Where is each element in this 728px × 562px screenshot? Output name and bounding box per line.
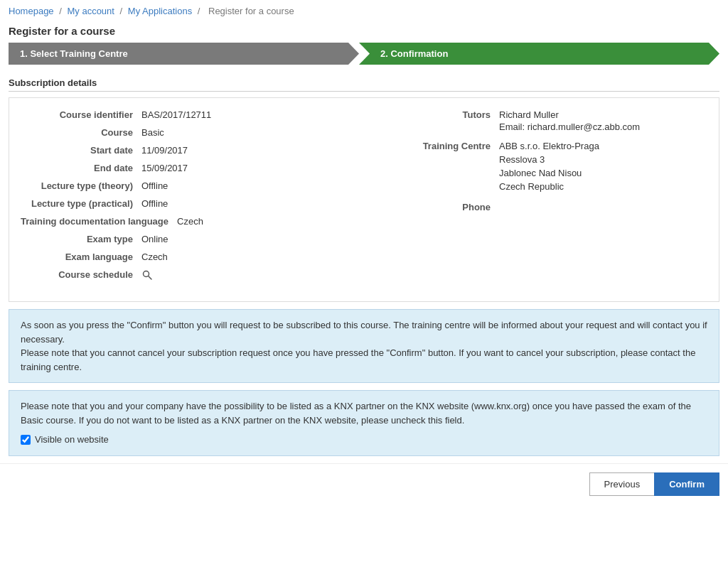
label-training-centre: Training Centre xyxy=(378,141,499,151)
label-course: Course xyxy=(21,127,141,138)
value-lecture-theory: Offline xyxy=(141,180,168,191)
info-box-1-line2: Please note that you cannot cancel your … xyxy=(21,346,707,374)
breadcrumb: Homepage / My account / My Applications … xyxy=(0,0,728,22)
previous-button[interactable]: Previous xyxy=(589,472,655,496)
label-exam-type: Exam type xyxy=(21,234,141,244)
value-course-identifier: BAS/2017/12711 xyxy=(141,109,211,120)
label-tutors: Tutors xyxy=(378,109,499,120)
label-start-date: Start date xyxy=(21,145,141,156)
breadcrumb-sep3: / xyxy=(198,6,203,16)
value-exam-type: Online xyxy=(141,234,168,244)
step-1-label: 1. Select Training Centre xyxy=(20,48,128,59)
step-2-label: 2. Confirmation xyxy=(380,48,448,59)
detail-row-course-identifier: Course identifier BAS/2017/12711 xyxy=(21,109,350,120)
value-lecture-practical: Offline xyxy=(141,198,168,209)
visible-on-website-row: Visible on website xyxy=(21,433,707,447)
info-box-1-line1: As soon as you press the "Confirm" butto… xyxy=(21,318,707,346)
detail-row-lecture-practical: Lecture type (practical) Offline xyxy=(21,198,350,209)
value-start-date: 11/09/2017 xyxy=(141,145,188,156)
info-box-2: Please note that you and your company ha… xyxy=(9,390,719,456)
detail-row-course-schedule: Course schedule xyxy=(21,269,350,283)
value-training-doc-lang: Czech xyxy=(177,216,203,227)
value-course: Basic xyxy=(141,127,164,138)
value-course-schedule[interactable] xyxy=(141,269,153,283)
section-label: Subscription details xyxy=(9,73,719,92)
breadcrumb-sep2: / xyxy=(120,6,125,16)
value-training-centre: ABB s.r.o. Elektro-Praga Resslova 3 Jabl… xyxy=(499,141,599,195)
details-box: Course identifier BAS/2017/12711 Course … xyxy=(9,97,719,302)
page-title: Register for a course xyxy=(0,22,728,43)
training-centre-address1: Resslova 3 xyxy=(499,154,599,165)
steps-bar: 1. Select Training Centre 2. Confirmatio… xyxy=(9,43,719,65)
value-end-date: 15/09/2017 xyxy=(141,163,188,173)
confirm-button[interactable]: Confirm xyxy=(654,472,719,496)
svg-line-1 xyxy=(149,276,151,279)
info-box-2-text: Please note that you and your company ha… xyxy=(21,399,707,427)
tutor-name: Richard Muller xyxy=(499,109,640,120)
tutor-email: Email: richard.muller@cz.abb.com xyxy=(499,121,640,132)
detail-row-tutors: Tutors Richard Muller Email: richard.mul… xyxy=(378,109,707,134)
detail-row-training-doc-lang: Training documentation language Czech xyxy=(21,216,350,227)
detail-row-end-date: End date 15/09/2017 xyxy=(21,163,350,173)
breadcrumb-myaccount-link[interactable]: My account xyxy=(67,6,114,16)
detail-row-exam-language: Exam language Czech xyxy=(21,252,350,262)
label-training-doc-lang: Training documentation language xyxy=(21,216,177,227)
label-course-identifier: Course identifier xyxy=(21,109,141,120)
detail-row-course: Course Basic xyxy=(21,127,350,138)
value-tutors: Richard Muller Email: richard.muller@cz.… xyxy=(499,109,640,134)
detail-row-training-centre: Training Centre ABB s.r.o. Elektro-Praga… xyxy=(378,141,707,195)
breadcrumb-current: Register for a course xyxy=(208,6,294,16)
footer-buttons: Previous Confirm xyxy=(0,463,728,502)
value-exam-language: Czech xyxy=(141,252,168,262)
detail-row-exam-type: Exam type Online xyxy=(21,234,350,244)
label-exam-language: Exam language xyxy=(21,252,141,262)
label-course-schedule: Course schedule xyxy=(21,269,141,280)
details-grid: Course identifier BAS/2017/12711 Course … xyxy=(21,109,707,290)
detail-row-phone: Phone xyxy=(378,202,707,212)
step-2[interactable]: 2. Confirmation xyxy=(359,43,719,65)
step-1[interactable]: 1. Select Training Centre xyxy=(9,43,359,65)
training-centre-name: ABB s.r.o. Elektro-Praga xyxy=(499,141,599,151)
info-box-1: As soon as you press the "Confirm" butto… xyxy=(9,309,719,383)
details-right: Tutors Richard Muller Email: richard.mul… xyxy=(378,109,707,290)
breadcrumb-myapplications-link[interactable]: My Applications xyxy=(128,6,192,16)
visible-on-website-checkbox[interactable] xyxy=(21,435,31,445)
detail-row-start-date: Start date 11/09/2017 xyxy=(21,145,350,156)
breadcrumb-sep1: / xyxy=(59,6,64,16)
label-lecture-theory: Lecture type (theory) xyxy=(21,180,141,191)
detail-row-lecture-theory: Lecture type (theory) Offline xyxy=(21,180,350,191)
training-centre-address3: Czech Republic xyxy=(499,181,599,192)
label-phone: Phone xyxy=(378,202,499,212)
breadcrumb-homepage-link[interactable]: Homepage xyxy=(9,6,54,16)
details-left: Course identifier BAS/2017/12711 Course … xyxy=(21,109,350,290)
visible-on-website-label: Visible on website xyxy=(35,433,109,447)
label-lecture-practical: Lecture type (practical) xyxy=(21,198,141,209)
training-centre-address2: Jablonec Nad Nisou xyxy=(499,168,599,178)
course-schedule-search-icon[interactable] xyxy=(141,269,153,281)
label-end-date: End date xyxy=(21,163,141,173)
